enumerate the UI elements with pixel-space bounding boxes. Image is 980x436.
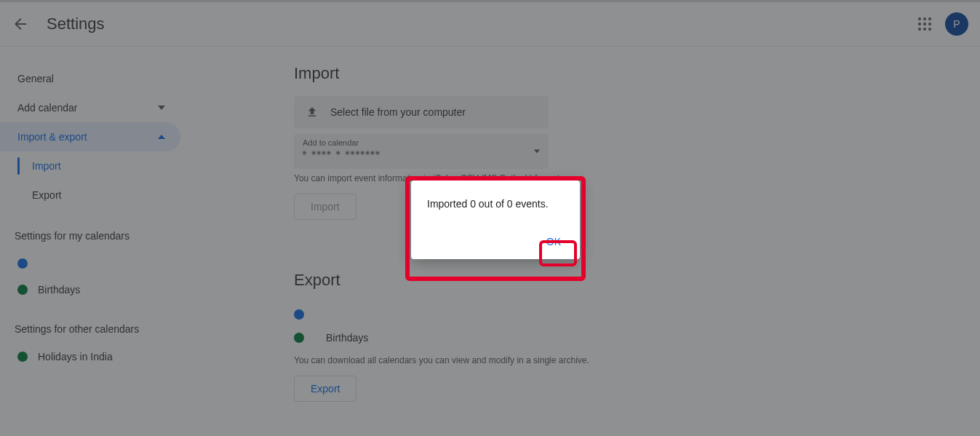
import-result-dialog: Imported 0 out of 0 events. OK: [411, 181, 580, 259]
dialog-message: Imported 0 out of 0 events.: [427, 198, 568, 210]
dialog-ok-button[interactable]: OK: [539, 231, 568, 252]
